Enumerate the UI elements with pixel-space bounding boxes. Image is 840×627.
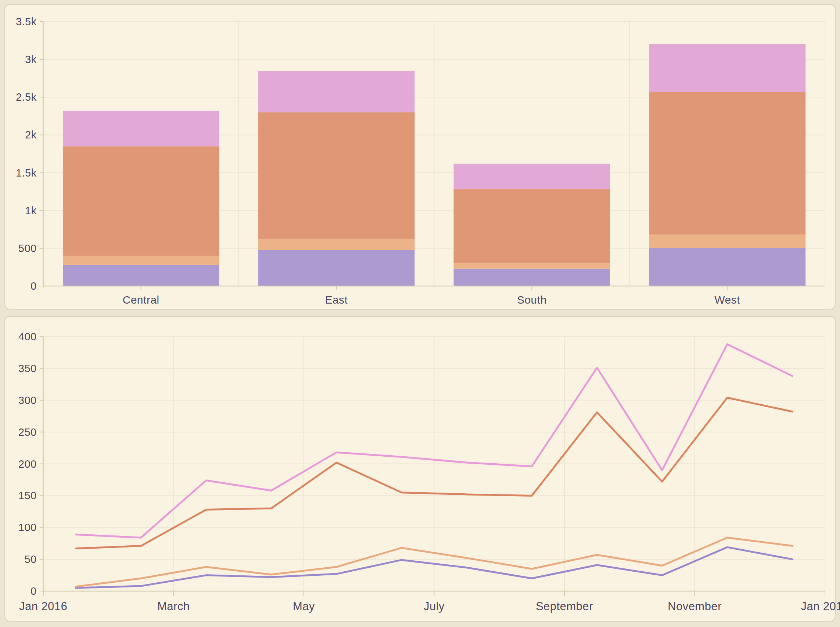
x-axis-category-label: East: [325, 294, 348, 306]
y-axis-label: 250: [18, 426, 37, 438]
stacked-bar-chart-card: 05001k1.5k2k2.5k3k3.5kCentralEastSouthWe…: [5, 5, 835, 309]
y-axis-label: 3k: [25, 54, 37, 65]
y-axis-label: 2k: [25, 129, 37, 141]
stacked-bar-chart[interactable]: 05001k1.5k2k2.5k3k3.5kCentralEastSouthWe…: [5, 5, 836, 310]
bar-segment-series-3-salmon[interactable]: [258, 112, 415, 239]
bar-segment-series-4-pink[interactable]: [258, 71, 415, 112]
bar-segment-series-1-purple[interactable]: [258, 250, 415, 286]
y-axis-label: 100: [18, 521, 37, 533]
x-axis-category-label: West: [714, 294, 740, 306]
bar-segment-series-2-tan[interactable]: [258, 239, 415, 250]
y-axis-label: 0: [30, 280, 37, 292]
y-axis-label: 350: [18, 362, 37, 374]
y-axis-label: 2.5k: [16, 91, 37, 103]
monthly-line-chart-card: 050100150200250300350400Jan 2016MarchMay…: [5, 316, 835, 622]
line-chart-axes: Jan 2016MarchMayJulySeptemberNovemberJan…: [19, 337, 840, 613]
y-axis-label: 1.5k: [16, 167, 37, 179]
y-axis-label: 300: [18, 394, 37, 406]
bar-segment-series-3-salmon[interactable]: [454, 189, 610, 263]
bar-segment-series-2-tan[interactable]: [63, 256, 219, 265]
bar-segment-series-3-salmon[interactable]: [649, 92, 805, 235]
x-axis-month-label: Jan 2016: [19, 600, 68, 613]
bar-segment-series-2-tan[interactable]: [454, 263, 610, 268]
y-axis-label: 500: [18, 243, 37, 254]
x-axis-month-label: September: [536, 600, 593, 613]
y-axis-label: 0: [30, 585, 37, 597]
x-axis-month-label: May: [293, 600, 315, 613]
y-axis-label: 400: [18, 331, 37, 342]
bar-segment-series-1-purple[interactable]: [454, 269, 610, 286]
dashboard: 05001k1.5k2k2.5k3k3.5kCentralEastSouthWe…: [0, 0, 840, 627]
y-axis-label: 150: [18, 490, 37, 501]
x-axis-month-label: March: [157, 600, 190, 613]
x-axis-month-label: November: [668, 600, 722, 613]
x-axis-month-label: Jan 2017: [801, 600, 840, 613]
bar-segment-series-1-purple[interactable]: [63, 265, 219, 286]
line-chart[interactable]: 050100150200250300350400Jan 2016MarchMay…: [5, 317, 836, 622]
bar-segment-series-2-tan[interactable]: [649, 235, 805, 248]
x-axis-category-label: South: [517, 294, 547, 306]
bar-segment-series-4-pink[interactable]: [454, 164, 610, 189]
y-axis-label: 3.5k: [16, 16, 37, 27]
y-axis-label: 50: [25, 553, 37, 565]
bar-segment-series-1-purple[interactable]: [649, 248, 805, 286]
bar-segment-series-3-salmon[interactable]: [63, 146, 219, 256]
bar-segment-series-4-pink[interactable]: [63, 110, 219, 146]
y-axis-label: 1k: [25, 205, 37, 216]
x-axis-category-label: Central: [123, 294, 159, 306]
x-axis-month-label: July: [424, 600, 445, 613]
bar-segment-series-4-pink[interactable]: [649, 44, 805, 92]
y-axis-label: 200: [18, 458, 37, 470]
